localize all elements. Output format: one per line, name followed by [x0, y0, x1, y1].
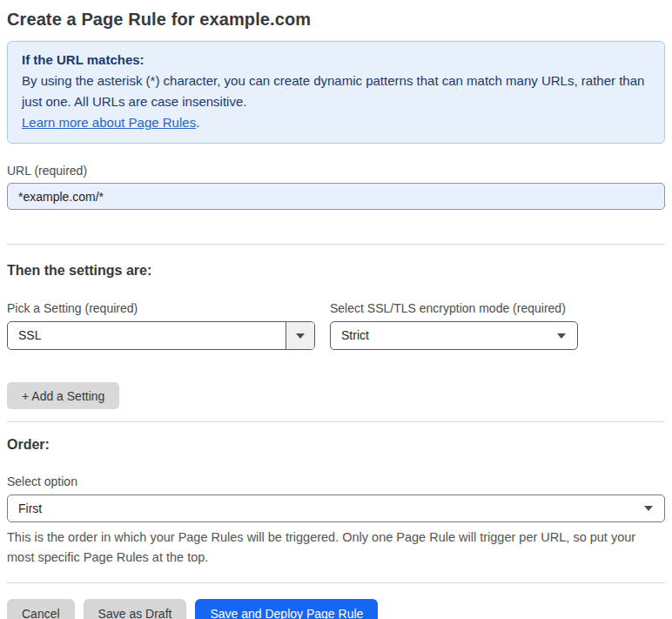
setting-picker-label: Pick a Setting (required) [7, 300, 315, 316]
info-callout-link-line: Learn more about Page Rules. [22, 112, 650, 133]
link-period: . [196, 115, 199, 130]
ssl-mode-value: Strict [331, 322, 557, 349]
caret-down-icon [296, 333, 305, 339]
page-title: Create a Page Rule for example.com [7, 9, 665, 30]
save-and-deploy-button[interactable]: Save and Deploy Page Rule [195, 599, 378, 619]
form-actions: Cancel Save as Draft Save and Deploy Pag… [7, 599, 665, 619]
create-page-rule-form: Create a Page Rule for example.com If th… [0, 0, 672, 619]
ssl-mode-caret-wrap [557, 333, 577, 339]
settings-row: Pick a Setting (required) SSL Select SSL… [7, 300, 665, 350]
caret-down-icon [557, 333, 566, 339]
ssl-mode-select[interactable]: Strict [330, 321, 578, 350]
learn-more-link[interactable]: Learn more about Page Rules [22, 115, 196, 130]
cancel-button[interactable]: Cancel [7, 599, 75, 619]
url-field-label: URL (required) [7, 163, 665, 178]
setting-picker-group: Pick a Setting (required) SSL [7, 300, 315, 350]
caret-down-icon [644, 506, 653, 511]
order-select-value: First [8, 495, 644, 522]
order-select-label: Select option [7, 474, 665, 489]
divider [7, 582, 665, 583]
info-callout-heading: If the URL matches: [22, 50, 650, 71]
url-input[interactable] [7, 183, 665, 210]
order-section-heading: Order: [7, 436, 665, 454]
order-caret-wrap [644, 506, 664, 511]
setting-picker-value: SSL [8, 322, 286, 349]
save-as-draft-button[interactable]: Save as Draft [84, 599, 187, 619]
divider [7, 244, 665, 245]
order-help-text: This is the order in which your Page Rul… [7, 528, 651, 568]
setting-picker-dropdown-cap[interactable] [286, 322, 314, 349]
add-setting-button[interactable]: + Add a Setting [7, 382, 119, 409]
ssl-mode-picker-group: Select SSL/TLS encryption mode (required… [330, 300, 578, 350]
info-callout-body: By using the asterisk (*) character, you… [22, 71, 650, 112]
order-select[interactable]: First [7, 495, 665, 522]
divider [7, 421, 665, 422]
url-match-info-callout: If the URL matches: By using the asteris… [7, 41, 665, 144]
ssl-mode-picker-label: Select SSL/TLS encryption mode (required… [330, 300, 578, 316]
settings-section-heading: Then the settings are: [7, 262, 665, 279]
setting-picker-select[interactable]: SSL [7, 321, 315, 350]
